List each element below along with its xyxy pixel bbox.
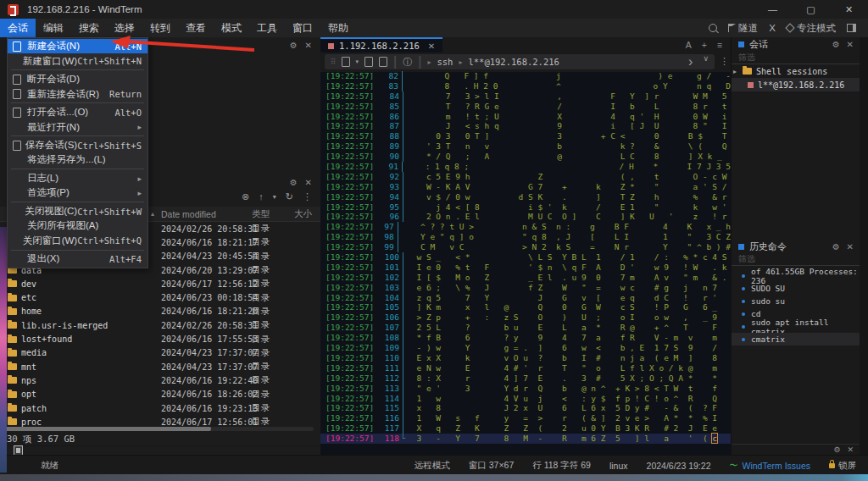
menubar-item[interactable]: 选择 xyxy=(107,19,142,37)
minimize-button[interactable]: — xyxy=(754,0,792,19)
new-session-icon[interactable] xyxy=(342,57,350,67)
gear-icon[interactable]: ⚙ xyxy=(832,40,840,49)
file-row[interactable]: opt2024/06/16 18:26:02目录 xyxy=(0,388,320,401)
file-row[interactable]: dev2024/06/17 12:56:12目录 xyxy=(0,277,320,290)
file-date: 2024/06/23 00:18:54 xyxy=(161,293,258,302)
menubar-tool[interactable] xyxy=(847,24,856,32)
menubar-tool[interactable] xyxy=(709,24,717,32)
breadcrumb-target[interactable]: l**@192.168.2.216 xyxy=(468,57,559,67)
column-type[interactable]: 类型 xyxy=(252,208,270,220)
clear-filter-icon[interactable]: ⊗ xyxy=(242,191,249,202)
up-directory-icon[interactable]: ↑ xyxy=(259,191,264,202)
status-item[interactable]: 行 118 字符 69 xyxy=(532,460,591,472)
menu-item-最近打开(N)[interactable]: 最近打开(N)▸ xyxy=(8,119,147,134)
horizontal-scrollbar[interactable] xyxy=(3,427,314,431)
menubar-item[interactable]: 帮助 xyxy=(320,19,356,37)
info-icon[interactable]: ⓘ xyxy=(403,56,412,69)
terminal-line: [19:22:57]82 Q F ] f j ) e g / - xyxy=(320,71,731,81)
menubar-item[interactable]: 查看 xyxy=(178,19,214,37)
drag-handle-icon[interactable]: ⠿ xyxy=(331,58,336,66)
menu-item-新建窗口(W)[interactable]: 新建窗口(W)Ctrl+Shift+N xyxy=(8,53,147,68)
file-row[interactable]: etc2024/06/23 00:18:54目录 xyxy=(0,290,320,304)
encoding-icon[interactable]: A xyxy=(686,40,692,50)
sessions-filter-input[interactable]: 筛选 xyxy=(732,51,860,64)
file-row[interactable]: patch2024/06/16 19:23:13目录 xyxy=(0,401,320,415)
column-size[interactable]: 大小 xyxy=(294,208,312,220)
duplicate-session-icon[interactable] xyxy=(364,57,373,67)
tree-expand-icon[interactable]: ▸ xyxy=(732,68,738,75)
file-row[interactable]: media2024/04/23 17:37:07目录 xyxy=(0,346,320,360)
expand-chevron-icon[interactable]: ∨ xyxy=(703,54,709,69)
chevron-down-icon[interactable]: ▾ xyxy=(273,193,276,201)
tab-list-icon[interactable]: ≡ xyxy=(717,40,722,50)
new-tab-icon[interactable]: + xyxy=(702,40,707,50)
clone-session-icon[interactable] xyxy=(379,57,387,67)
column-date-modified[interactable]: Date modified xyxy=(161,209,216,219)
menu-item-关闭窗口(W)[interactable]: 关闭窗口(W)Ctrl+Shift+Q xyxy=(8,234,147,248)
menubar-item[interactable]: 工具 xyxy=(249,19,285,37)
breadcrumb-protocol[interactable]: ssh xyxy=(437,57,453,67)
status-item[interactable]: linux xyxy=(609,461,628,471)
tab-close-icon[interactable]: ✕ xyxy=(428,41,435,51)
fold-guide xyxy=(399,312,407,323)
close-panel-icon[interactable]: ✕ xyxy=(847,445,854,454)
gear-icon[interactable]: ⚙ xyxy=(290,178,298,187)
menubar-item[interactable]: 转到 xyxy=(142,19,178,37)
menu-item-将选择另存为...(L)[interactable]: 将选择另存为...(L) xyxy=(8,152,147,167)
status-item[interactable]: 远程模式 xyxy=(415,460,450,472)
run-chevron-icon[interactable]: › xyxy=(688,54,693,69)
lock-screen-button[interactable]: 锁屏 xyxy=(829,460,856,472)
status-item[interactable]: 2024/6/23 19:22 xyxy=(647,461,711,471)
gear-icon[interactable]: ⚙ xyxy=(832,242,840,252)
history-item[interactable]: SUDO SU xyxy=(732,282,860,295)
menu-item-重新连接会话(R)[interactable]: 重新连接会话(R)Return xyxy=(8,86,147,101)
close-panel-icon[interactable]: ✕ xyxy=(305,178,312,187)
close-panel-icon[interactable]: ✕ xyxy=(305,41,312,50)
history-item[interactable]: of 461.55GB Processes: 236 xyxy=(732,269,860,282)
right-sidebar: 会话 ⚙ ✕ 筛选 ▸ Shell sessions l**@192.168.2… xyxy=(731,37,860,455)
history-item[interactable]: sudo apt install cmatrix xyxy=(732,320,860,333)
menubar-item[interactable]: 编辑 xyxy=(36,19,71,37)
sort-ascending-icon[interactable]: ▴ xyxy=(151,210,154,218)
close-button[interactable]: ✕ xyxy=(830,0,868,19)
menu-item-打开会话...(O)[interactable]: 打开会话...(O)Alt+O xyxy=(8,105,147,119)
menu-item-日志(L)[interactable]: 日志(L)▸ xyxy=(8,171,147,185)
menu-item-关闭所有视图(A)[interactable]: 关闭所有视图(A) xyxy=(8,218,147,233)
session-item-row[interactable]: l**@192.168.2.216 xyxy=(732,78,860,91)
file-row[interactable]: lib.usr-is-merged2024/02/26 20:58:31目录 xyxy=(0,318,320,332)
menu-item-关闭视图(C)[interactable]: 关闭视图(C)Ctrl+Shift+W xyxy=(8,204,147,218)
history-item[interactable]: cmatrix xyxy=(732,333,860,346)
close-panel-icon[interactable]: ✕ xyxy=(847,242,854,252)
menubar-item[interactable]: 搜索 xyxy=(71,19,107,37)
gear-icon[interactable]: ⚙ xyxy=(833,445,840,454)
toolbar-more-icon[interactable]: ⋮ xyxy=(720,56,729,67)
menu-item-新建会话(N)[interactable]: 新建会话(N)Alt+N xyxy=(8,39,147,53)
more-options-icon[interactable]: ⋮ xyxy=(303,191,312,202)
menubar-tool[interactable]: 隧道 xyxy=(728,22,758,35)
menubar-item[interactable]: 模式 xyxy=(214,19,249,37)
history-item[interactable]: sudo su xyxy=(732,295,860,307)
maximize-button[interactable]: ▢ xyxy=(792,0,830,19)
refresh-icon[interactable]: ↻ xyxy=(286,191,293,202)
file-row[interactable]: lost+found2024/06/16 17:55:53目录 xyxy=(0,332,320,346)
menu-item-断开会话(D)[interactable]: 断开会话(D) xyxy=(8,72,147,86)
menu-item-保存会话(S)[interactable]: 保存会话(S)Ctrl+Shift+S xyxy=(8,138,147,152)
menu-item-首选项(P)[interactable]: 首选项(P)▸ xyxy=(8,185,147,200)
terminal-output[interactable]: [19:22:57]82 Q F ] f j ) e g / -[19:22:5… xyxy=(320,71,731,444)
file-row[interactable]: mnt2024/04/23 17:37:07目录 xyxy=(0,360,320,373)
chevron-down-icon[interactable]: ▾ xyxy=(356,58,359,65)
sessions-folder-row[interactable]: ▸ Shell sessions xyxy=(732,64,860,78)
close-panel-icon[interactable]: ✕ xyxy=(847,40,854,49)
menubar-tool[interactable]: X xyxy=(769,23,776,33)
file-row[interactable]: nps2024/06/16 19:22:40目录 xyxy=(0,373,320,387)
menu-item-退出(X)[interactable]: 退出(X)Alt+F4 xyxy=(8,252,147,266)
windterm-issues-link[interactable]: 〜 WindTerm Issues xyxy=(729,460,810,472)
terminal-tab[interactable]: 1.192.168.2.216 ✕ xyxy=(320,37,442,53)
status-item[interactable]: 窗口 37×67 xyxy=(469,460,514,472)
gear-icon[interactable]: ⚙ xyxy=(290,41,298,50)
file-row[interactable]: home2024/06/16 18:21:20目录 xyxy=(0,305,320,318)
menubar-item[interactable]: 会话 xyxy=(0,19,36,37)
menubar-item[interactable]: 窗口 xyxy=(285,19,320,37)
menubar-tool[interactable]: 专注模式 xyxy=(787,22,836,35)
history-filter-input[interactable]: 筛选 xyxy=(732,253,860,266)
